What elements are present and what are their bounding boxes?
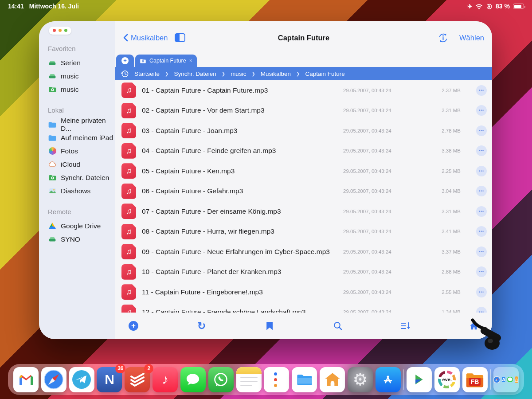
select-button[interactable]: Wählen xyxy=(459,34,484,42)
more-button[interactable]: ••• xyxy=(476,85,487,96)
table-row[interactable]: ♫ 05 - Captain Future - Ken.mp3 29.05.20… xyxy=(115,161,492,181)
new-tab-button[interactable]: + xyxy=(116,55,134,67)
breadcrumb-item-musikalben[interactable]: Musikalben xyxy=(261,70,291,77)
refresh-button[interactable]: ↻ xyxy=(196,320,207,332)
dock-app-gmail[interactable] xyxy=(13,367,39,392)
table-row[interactable]: ♫ 07 - Captain Future - Der einsame Köni… xyxy=(115,201,492,222)
window-controls[interactable] xyxy=(49,27,71,35)
dock-app-telegram[interactable] xyxy=(69,367,94,392)
sidebar-item-label: Synchr. Dateien xyxy=(61,174,109,182)
file-size: 3.37 MB xyxy=(410,249,461,254)
search-button[interactable] xyxy=(332,320,344,332)
sort-button[interactable] xyxy=(400,320,411,332)
table-row[interactable]: ♫ 04 - Captain Future - Feinde greifen a… xyxy=(115,141,492,161)
zoom-window-dot[interactable] xyxy=(64,29,67,32)
dock-app-whatsapp[interactable] xyxy=(208,367,234,392)
dock-app-synology-drive[interactable] xyxy=(407,367,432,392)
sidebar-item-serien[interactable]: Serien xyxy=(48,56,115,70)
more-button[interactable]: ••• xyxy=(476,145,487,156)
sidebar-item-music-folder[interactable]: music xyxy=(48,83,115,96)
close-tab-icon[interactable]: × xyxy=(189,58,192,64)
table-row[interactable]: ♫ 02 - Captain Future - Vor dem Start.mp… xyxy=(115,101,492,121)
file-size: 3.31 MB xyxy=(410,108,461,113)
more-button[interactable]: ••• xyxy=(476,246,487,257)
audio-file-icon: ♫ xyxy=(121,224,136,239)
dock-divider xyxy=(403,369,404,390)
sidebar-toggle-button[interactable] xyxy=(175,33,185,42)
table-row[interactable]: ♫ 12 - Captain Future - Fremde schöne La… xyxy=(115,302,492,313)
file-name: 08 - Captain Future - Hurra, wir fliegen… xyxy=(142,227,343,235)
dock-app-settings[interactable]: ⚙ xyxy=(348,367,373,392)
sidebar-item-music-drive[interactable]: music xyxy=(48,70,115,83)
more-button[interactable]: ••• xyxy=(476,166,487,176)
table-row[interactable]: ♫ 11 - Captain Future - Eingeborene!.mp3… xyxy=(115,282,492,302)
file-date: 29.05.2007, 00:43:24 xyxy=(343,168,410,174)
sidebar-item-google-drive[interactable]: Google Drive xyxy=(48,219,115,233)
dock-app-appstore[interactable] xyxy=(376,367,401,392)
sidebar-item-meine-privaten[interactable]: Meine privaten D... xyxy=(48,118,115,131)
photos-icon xyxy=(48,147,57,156)
dock-app-messages[interactable] xyxy=(180,367,206,392)
more-button[interactable]: ••• xyxy=(476,307,487,313)
bottom-toolbar: + ↻ xyxy=(115,313,492,339)
more-button[interactable]: ••• xyxy=(476,186,487,196)
back-button[interactable]: Musikalben xyxy=(123,34,168,42)
table-row[interactable]: ♫ 10 - Captain Future - Planet der Krank… xyxy=(115,262,492,282)
notification-badge: 2 xyxy=(144,364,153,373)
sidebar-item-label: SYNO xyxy=(61,235,80,243)
sidebar-item-auf-meinem-ipad[interactable]: Auf meinem iPad xyxy=(48,131,115,145)
sidebar-item-synchr-dateien[interactable]: Synchr. Dateien xyxy=(48,171,115,184)
main-pane: Captain Future Musikalben Wählen + xyxy=(115,21,492,339)
tab-bar: + Captain Future × xyxy=(115,54,492,67)
dock-app-safari[interactable] xyxy=(41,367,66,392)
dock-app-eve[interactable]: eve. xyxy=(434,367,460,392)
more-button[interactable]: ••• xyxy=(476,287,487,297)
more-button[interactable]: ••• xyxy=(476,105,487,116)
dock-app-filebrowser[interactable]: FB xyxy=(462,367,488,392)
dock-app-group[interactable]: A ⌂ xyxy=(493,367,519,392)
more-button[interactable]: ••• xyxy=(476,206,487,217)
more-button[interactable]: ••• xyxy=(476,226,487,237)
sidebar-item-diashows[interactable]: Diashows xyxy=(48,184,115,198)
nas-drive-icon xyxy=(48,235,57,244)
more-button[interactable]: ••• xyxy=(476,125,487,136)
table-row[interactable]: ♫ 06 - Captain Future - Gefahr.mp3 29.05… xyxy=(115,181,492,202)
dock-app-n[interactable]: N36 xyxy=(97,367,122,392)
dock-app-home[interactable] xyxy=(320,367,345,392)
tab-captain-future[interactable]: Captain Future × xyxy=(135,55,197,67)
file-name: 06 - Captain Future - Gefahr.mp3 xyxy=(142,187,343,195)
breadcrumb-item-music[interactable]: music xyxy=(231,70,246,77)
sidebar-item-label: Serien xyxy=(61,59,81,67)
file-date: 29.05.2007, 00:43:24 xyxy=(343,229,410,234)
sidebar-item-label: Diashows xyxy=(61,187,90,195)
camera-folder-icon xyxy=(140,58,146,64)
bookmark-button[interactable] xyxy=(264,320,275,332)
table-row[interactable]: ♫ 09 - Captain Future - Neue Erfahrungen… xyxy=(115,242,492,262)
file-date: 29.05.2007, 00:43:24 xyxy=(343,88,410,93)
dock-app-reminders[interactable] xyxy=(264,367,289,392)
table-row[interactable]: ♫ 03 - Captain Future - Joan.mp3 29.05.2… xyxy=(115,121,492,141)
breadcrumb-item-captain-future[interactable]: Captain Future xyxy=(305,70,344,77)
dock-app-music[interactable]: ♪ xyxy=(153,367,178,392)
dock-app-files[interactable] xyxy=(292,367,317,392)
sidebar-item-icloud[interactable]: iCloud xyxy=(48,158,115,171)
minimize-window-dot[interactable] xyxy=(59,29,62,32)
add-button[interactable]: + xyxy=(128,320,139,332)
close-window-dot[interactable] xyxy=(53,29,56,32)
audio-file-icon: ♫ xyxy=(121,203,136,219)
dock-app-notes[interactable] xyxy=(236,367,262,392)
history-icon[interactable] xyxy=(121,70,129,78)
home-button[interactable] xyxy=(468,320,480,332)
file-size: 2.55 MB xyxy=(410,289,461,295)
sync-info-icon[interactable] xyxy=(438,32,449,43)
dock-app-todoist[interactable]: 2 xyxy=(125,367,150,392)
mini-safari-icon xyxy=(493,376,500,383)
breadcrumb-item-startseite[interactable]: Startseite xyxy=(134,70,160,77)
breadcrumb-item-synchr-dateien[interactable]: Synchr. Dateien xyxy=(174,70,216,77)
sidebar-item-syno[interactable]: SYNO xyxy=(48,233,115,246)
date: Mittwoch 16. Juli xyxy=(29,3,79,10)
table-row[interactable]: ♫ 08 - Captain Future - Hurra, wir flieg… xyxy=(115,222,492,242)
more-button[interactable]: ••• xyxy=(476,266,487,277)
table-row[interactable]: ♫ 01 - Captain Future - Captain Future.m… xyxy=(115,80,492,101)
sidebar-item-fotos[interactable]: Fotos xyxy=(48,145,115,158)
